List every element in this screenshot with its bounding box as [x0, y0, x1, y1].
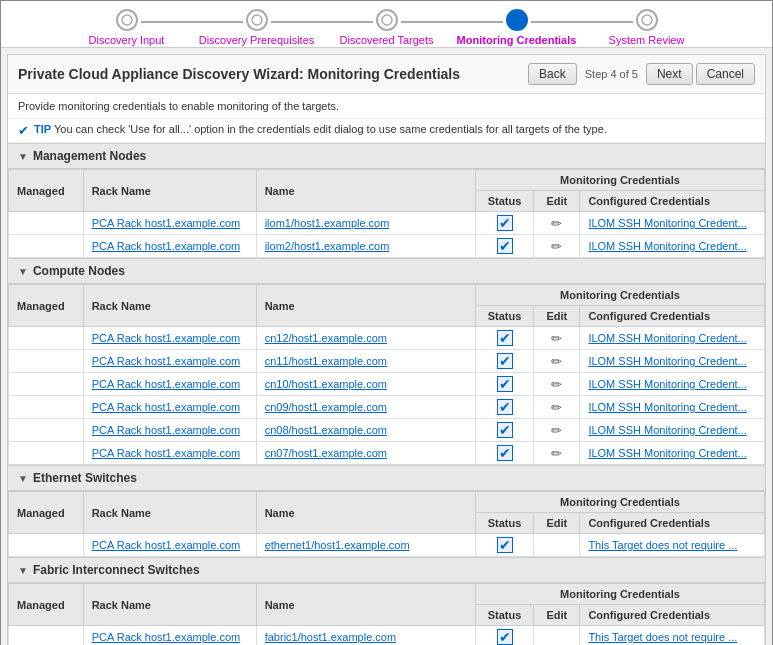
th-status-3: Status: [475, 513, 533, 534]
section-fabric-interconnect: ▼ Fabric Interconnect Switches: [8, 557, 765, 583]
status-check-icon: ✔: [497, 330, 513, 346]
cell-name[interactable]: cn10/host1.example.com: [256, 373, 475, 396]
cell-managed: [9, 235, 84, 258]
cell-rack-name[interactable]: PCA Rack host1.example.com: [83, 396, 256, 419]
cell-edit[interactable]: ✏: [534, 442, 580, 465]
cell-name[interactable]: fabric1/host1.example.com: [256, 626, 475, 645]
cell-managed: [9, 442, 84, 465]
cell-configured-credentials[interactable]: This Target does not require ...: [580, 626, 765, 645]
checkmark-icon: ✔: [18, 123, 29, 138]
cell-rack-name[interactable]: PCA Rack host1.example.com: [83, 235, 256, 258]
status-check-icon: ✔: [497, 537, 513, 553]
cell-rack-name[interactable]: PCA Rack host1.example.com: [83, 350, 256, 373]
page-title: Private Cloud Appliance Discovery Wizard…: [18, 66, 460, 82]
tip-bar: ✔ TIP You can check 'Use for all...' opt…: [8, 119, 765, 143]
cell-name[interactable]: cn11/host1.example.com: [256, 350, 475, 373]
cell-configured-credentials[interactable]: ILOM SSH Monitoring Credent...: [580, 373, 765, 396]
th-edit-3: Edit: [534, 513, 580, 534]
cell-managed: [9, 373, 84, 396]
back-button[interactable]: Back: [528, 63, 577, 85]
step-system-review[interactable]: System Review: [582, 9, 712, 47]
cell-status: ✔: [475, 373, 533, 396]
cell-edit[interactable]: ✏: [534, 396, 580, 419]
edit-pencil-icon[interactable]: ✏: [551, 400, 562, 415]
step-discovery-input[interactable]: Discovery Input: [62, 9, 192, 47]
cell-rack-name[interactable]: PCA Rack host1.example.com: [83, 327, 256, 350]
cell-edit[interactable]: ✏: [534, 419, 580, 442]
cell-edit: [534, 626, 580, 645]
th-rack-4: Rack Name: [83, 584, 256, 626]
edit-pencil-icon[interactable]: ✏: [551, 354, 562, 369]
edit-pencil-icon[interactable]: ✏: [551, 239, 562, 254]
step-monitoring-credentials[interactable]: Monitoring Credentials: [452, 9, 582, 47]
cell-configured-credentials[interactable]: ILOM SSH Monitoring Credent...: [580, 235, 765, 258]
th-status-4: Status: [475, 605, 533, 626]
cell-rack-name[interactable]: PCA Rack host1.example.com: [83, 626, 256, 645]
th-name-3: Name: [256, 492, 475, 534]
cell-status: ✔: [475, 534, 533, 557]
cancel-button[interactable]: Cancel: [696, 63, 755, 85]
cell-name[interactable]: ilom2/host1.example.com: [256, 235, 475, 258]
th-rack-2: Rack Name: [83, 285, 256, 327]
cell-configured-credentials[interactable]: ILOM SSH Monitoring Credent...: [580, 442, 765, 465]
info-text: Provide monitoring credentials to enable…: [18, 100, 339, 112]
cell-status: ✔: [475, 419, 533, 442]
svg-point-0: [122, 15, 132, 25]
table-row: PCA Rack host1.example.comilom1/host1.ex…: [9, 212, 765, 235]
cell-configured-credentials[interactable]: ILOM SSH Monitoring Credent...: [580, 350, 765, 373]
th-edit-2: Edit: [534, 306, 580, 327]
cell-name[interactable]: cn07/host1.example.com: [256, 442, 475, 465]
cell-name[interactable]: cn12/host1.example.com: [256, 327, 475, 350]
cell-configured-credentials[interactable]: ILOM SSH Monitoring Credent...: [580, 419, 765, 442]
edit-pencil-icon[interactable]: ✏: [551, 446, 562, 461]
page-header: Private Cloud Appliance Discovery Wizard…: [8, 55, 765, 94]
edit-pencil-icon[interactable]: ✏: [551, 216, 562, 231]
table-row: PCA Rack host1.example.comethernet1/host…: [9, 534, 765, 557]
status-check-icon: ✔: [497, 376, 513, 392]
table-fabric-switches: Managed Rack Name Name Monitoring Creden…: [8, 583, 765, 645]
cell-edit[interactable]: ✏: [534, 373, 580, 396]
cell-configured-credentials[interactable]: ILOM SSH Monitoring Credent...: [580, 212, 765, 235]
cell-edit[interactable]: ✏: [534, 350, 580, 373]
th-status-1: Status: [475, 191, 533, 212]
th-edit-4: Edit: [534, 605, 580, 626]
button-group: Back Step 4 of 5 Next Cancel: [528, 63, 755, 85]
cell-rack-name[interactable]: PCA Rack host1.example.com: [83, 534, 256, 557]
cell-rack-name[interactable]: PCA Rack host1.example.com: [83, 373, 256, 396]
cell-name[interactable]: ethernet1/host1.example.com: [256, 534, 475, 557]
cell-status: ✔: [475, 235, 533, 258]
cell-name[interactable]: cn09/host1.example.com: [256, 396, 475, 419]
cell-edit[interactable]: ✏: [534, 235, 580, 258]
th-rack-3: Rack Name: [83, 492, 256, 534]
collapse-triangle-compute[interactable]: ▼: [18, 266, 28, 277]
cell-status: ✔: [475, 212, 533, 235]
cell-name[interactable]: ilom1/host1.example.com: [256, 212, 475, 235]
cell-managed: [9, 327, 84, 350]
collapse-triangle-fabric[interactable]: ▼: [18, 565, 28, 576]
th-managed-1: Managed: [9, 170, 84, 212]
collapse-triangle-ethernet[interactable]: ▼: [18, 473, 28, 484]
cell-configured-credentials[interactable]: ILOM SSH Monitoring Credent...: [580, 396, 765, 419]
step-discovery-prerequisites[interactable]: Discovery Prerequisites: [192, 9, 322, 47]
scrollable-content[interactable]: ▼ Management Nodes Managed Rack Name Nam…: [8, 143, 765, 645]
step-discovered-targets[interactable]: Discovered Targets: [322, 9, 452, 47]
cell-rack-name[interactable]: PCA Rack host1.example.com: [83, 212, 256, 235]
cell-edit[interactable]: ✏: [534, 327, 580, 350]
cell-configured-credentials[interactable]: This Target does not require ...: [580, 534, 765, 557]
edit-pencil-icon[interactable]: ✏: [551, 377, 562, 392]
cell-configured-credentials[interactable]: ILOM SSH Monitoring Credent...: [580, 327, 765, 350]
edit-pencil-icon[interactable]: ✏: [551, 331, 562, 346]
edit-pencil-icon[interactable]: ✏: [551, 423, 562, 438]
collapse-triangle-management[interactable]: ▼: [18, 151, 28, 162]
cell-rack-name[interactable]: PCA Rack host1.example.com: [83, 419, 256, 442]
section-title-management: Management Nodes: [33, 149, 146, 163]
cell-name[interactable]: cn08/host1.example.com: [256, 419, 475, 442]
step-circle-3: [376, 9, 398, 31]
th-mc-1: Monitoring Credentials: [475, 170, 764, 191]
step-circle-4: [506, 9, 528, 31]
section-title-compute: Compute Nodes: [33, 264, 125, 278]
th-cred-3: Configured Credentials: [580, 513, 765, 534]
next-button[interactable]: Next: [646, 63, 693, 85]
cell-edit[interactable]: ✏: [534, 212, 580, 235]
cell-rack-name[interactable]: PCA Rack host1.example.com: [83, 442, 256, 465]
